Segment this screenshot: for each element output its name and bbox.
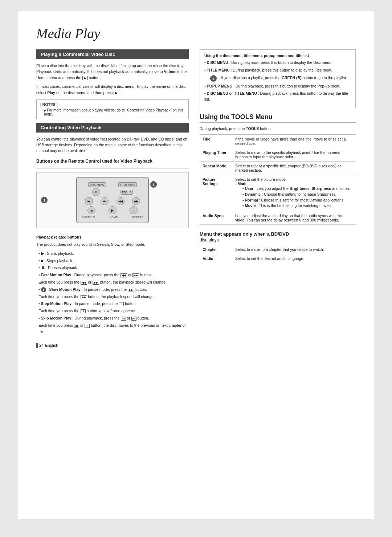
badge2-item: 2 - If your disc has a playlist, press t…: [204, 75, 351, 82]
tools-intro: During playback, press the TOOLS button.: [200, 126, 356, 131]
notes-list: For more information about playing video…: [40, 108, 185, 116]
tools-menu-title: Using the TOOLS Menu: [200, 113, 356, 123]
playback-title: Playback related buttons: [36, 235, 189, 239]
disc-menu-box: Using the disc menu, title menu, popup m…: [200, 49, 356, 108]
user-bullet: User : Lets you adjust the Brightness, S…: [235, 186, 350, 191]
title-menu-item: TITLE MENU : During playback, press this…: [204, 68, 351, 73]
ff-btn: ▶▶: [132, 197, 140, 205]
step-motion-detail: Each time you press the ⏸ button, a new …: [38, 308, 189, 314]
playback-intro: The product does not play sound in Searc…: [36, 241, 189, 247]
bddvd-label-audio: Audio: [200, 254, 232, 263]
tools-desc-title: If the movie or video have more than one…: [232, 135, 356, 148]
bddvd-desc-audio: Select to set the desired audio language…: [232, 254, 356, 263]
pause-btn: ⏸: [130, 206, 138, 214]
repeat-label: REPEAT: [132, 216, 143, 219]
disc-menu-list: DISC MENU : During playback, press this …: [204, 60, 351, 102]
tools-desc-repeat: Select to repeat a specific title, chapt…: [232, 162, 356, 175]
section-playing-commercial: Playing a Commercial Video Disc Place a …: [36, 49, 189, 119]
bddvd-subtitle: disc plays: [200, 237, 356, 243]
normal-bullet: Normal : Choose this setting for most vi…: [235, 198, 344, 202]
skip-motion-item: Skip Motion Play : During playback, pres…: [38, 315, 189, 321]
rew-btn: ◀◀: [117, 197, 124, 205]
badge-2: 2: [210, 75, 217, 82]
tools-row-repeat: Repeat Mode Select to repeat a specific …: [200, 162, 356, 175]
playback-list: ▶ : Starts playback. ■ : Stops playback.…: [36, 251, 189, 335]
disc-menu-item: DISC MENU : During playback, press this …: [204, 60, 351, 66]
remote-section-header: Buttons on the Remote Control used for V…: [36, 159, 189, 164]
tools-label-picture: PictureSettings: [200, 175, 232, 211]
disc-menu-box-title: Using the disc menu, title menu, popup m…: [204, 53, 351, 58]
tools-label-playing-time: Playing Time: [200, 148, 232, 162]
fast-motion-item: Fast Motion Play : During playback, pres…: [38, 272, 189, 278]
commercial-body2: In most cases, commercial videos will di…: [36, 84, 189, 95]
zero-btn: 0: [92, 188, 100, 196]
remote-row-3: ⏮ ⏭ ◀◀ ▶▶: [82, 197, 143, 205]
disc-menu-btn: DISC MENU: [88, 182, 106, 187]
disc-or-title-item: DISC MENU or TITLE MENU : During playbac…: [204, 91, 351, 102]
skip-motion-detail: Each time you press ⏮ or ⏭ button, the d…: [38, 322, 189, 335]
dynamic-bullet: Dynamic : Choose this setting to increas…: [235, 192, 336, 196]
tools-menu-section: Using the TOOLS Menu During playback, pr…: [200, 113, 356, 263]
right-column: Using the disc menu, title menu, popup m…: [200, 49, 356, 335]
section-controlling: Controlling Video Playback You can contr…: [36, 123, 189, 154]
badge-2-right: 2: [150, 181, 157, 188]
pause-item: ⏸ : Pauses playback.: [38, 265, 189, 271]
bddvd-desc-chapter: Select to move to a chapter that you des…: [232, 245, 356, 254]
badge-1-left: 1: [41, 197, 48, 203]
playback-section: Playback related buttons The product doe…: [36, 232, 189, 334]
left-column: Playing a Commercial Video Disc Place a …: [36, 49, 189, 335]
page: Media Play Playing a Commercial Video Di…: [18, 11, 374, 519]
remote-row-4: ■ ▶ ⏸: [82, 206, 143, 214]
bddvd-table: Chapter Select to move to a chapter that…: [200, 245, 356, 263]
tools-desc-playing-time: Select to move to the specific playback …: [232, 148, 356, 162]
slow-motion-detail: Each time you press the ▶▶ button, the p…: [38, 294, 189, 300]
notes-title: | NOTES |: [40, 102, 185, 107]
page-title: Media Play: [36, 25, 356, 41]
notes-box: | NOTES | For more information about pla…: [36, 99, 189, 119]
section-buttons-remote: Buttons on the Remote Control used for V…: [36, 159, 189, 334]
footer: 24 English: [36, 343, 356, 348]
bddvd-row-chapter: Chapter Select to move to a chapter that…: [200, 245, 356, 254]
popup-menu-item: POPUP MENU : During playback, press this…: [204, 84, 351, 89]
bddvd-row-audio: Audio Select to set the desired audio la…: [200, 254, 356, 263]
title-menu-btn: TITLE MENU: [118, 182, 137, 187]
bddvd-title: Menu that appears only when a BD/DVD: [200, 231, 356, 237]
commercial-body1: Place a disc into the disc tray with the…: [36, 63, 189, 81]
section-header-commercial: Playing a Commercial Video Disc: [36, 49, 189, 59]
remote-label-row: SUBTITLE HOME REPEAT: [82, 216, 143, 219]
tools-row-audio: Audio Sync Lets you adjust the audio del…: [200, 211, 356, 225]
footer-bar: [36, 343, 38, 348]
step-motion-item: Step Motion Play : In pause mode, press …: [38, 301, 189, 307]
remote-row-2: 0 POPUP: [82, 188, 143, 196]
tools-label-repeat: Repeat Mode: [200, 162, 232, 175]
remote-diagram: 1 2 DISC MENU TITLE MENU: [36, 172, 189, 228]
page-number: 24: [39, 343, 44, 347]
tools-label-title: Title: [200, 135, 232, 148]
remote-control: 2 DISC MENU TITLE MENU 0 POPUP: [76, 177, 149, 223]
tools-desc-audio: Lets you adjust the audio delay so that …: [232, 211, 356, 225]
bddvd-label-chapter: Chapter: [200, 245, 232, 254]
stop-item: ■ : Stops playback.: [38, 258, 189, 264]
tools-row-playing-time: Playing Time Select to move to the speci…: [200, 148, 356, 162]
remote-row-1: DISC MENU TITLE MENU: [82, 182, 143, 187]
badge2-text: - If your disc has a playlist, press the…: [219, 75, 347, 81]
tools-row-title: Title If the movie or video have more th…: [200, 135, 356, 148]
prev-btn: ⏮: [85, 197, 93, 205]
play-btn: ▶: [109, 206, 117, 214]
popup-btn: POPUP: [121, 190, 133, 195]
tools-desc-picture: Select to set the picture mode. - Mode U…: [232, 175, 356, 211]
fast-motion-detail: Each time you press the ◀◀ or ▶▶ button,…: [38, 279, 189, 285]
slow-motion-item: 1 Slow Motion Play : In pause mode, pres…: [38, 286, 189, 293]
notes-item: For more information about playing video…: [44, 108, 185, 116]
page-number-label: English: [45, 343, 58, 347]
controlling-body: You can control the playback of video fi…: [36, 136, 189, 154]
tools-table: Title If the movie or video have more th…: [200, 134, 356, 225]
movie-bullet: Movie : This is the best setting for wat…: [235, 203, 332, 208]
tools-row-picture: PictureSettings Select to set the pictur…: [200, 175, 356, 211]
home-label: HOME: [110, 216, 118, 219]
stop-btn: ■: [87, 206, 95, 214]
subtitle-label: SUBTITLE: [82, 216, 95, 219]
next-btn: ⏭: [101, 197, 109, 205]
section-header-controlling: Controlling Video Playback: [36, 123, 189, 133]
play-item: ▶ : Starts playback.: [38, 251, 189, 257]
